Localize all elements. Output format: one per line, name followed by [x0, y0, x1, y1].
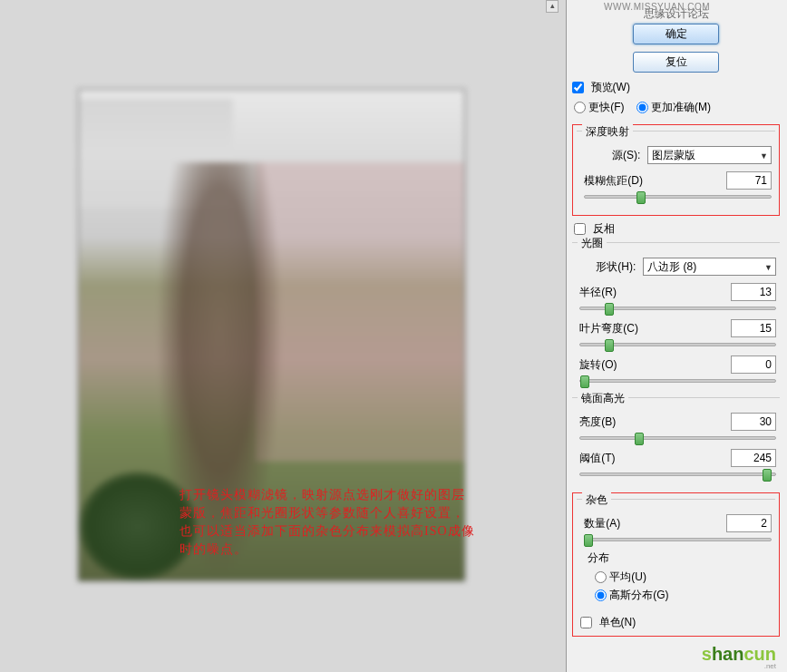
noise-title: 杂色 — [582, 492, 611, 508]
radius-label: 半径(R) — [579, 285, 617, 300]
brightness-slider[interactable] — [579, 436, 776, 440]
annotation-text: 打开镜头模糊滤镜，映射源点选刚才做好的图层 蒙版，焦距和光圈形状等参数随个人喜好… — [180, 486, 475, 559]
amount-label: 数量(A) — [584, 516, 620, 531]
curvature-input[interactable] — [731, 319, 776, 337]
accurate-label: 更加准确(M) — [651, 101, 711, 113]
invert-label: 反相 — [593, 222, 615, 235]
source-dropdown[interactable]: 图层蒙版 — [647, 146, 772, 164]
noise-highlight: 杂色 数量(A) 分布 平均(U) 高斯分布(G) 单色(N) — [572, 492, 780, 637]
iris-title: 光圈 — [578, 236, 607, 251]
radius-input[interactable] — [731, 283, 776, 301]
source-label: 源(S): — [584, 148, 640, 163]
preview-label: 预览(W) — [591, 81, 630, 93]
amount-slider[interactable] — [584, 538, 772, 541]
settings-panel: WWW.MISSYUAN.COM 思缘设计论坛 确定 复位 预览(W) 更快(F… — [566, 0, 787, 672]
invert-checkbox[interactable] — [574, 223, 586, 235]
mono-label: 单色(N) — [599, 616, 636, 628]
scroll-up-arrow[interactable]: ▴ — [546, 0, 559, 13]
curvature-label: 叶片弯度(C) — [579, 321, 638, 336]
preview-checkbox[interactable] — [572, 82, 584, 93]
distribution-title: 分布 — [588, 550, 772, 566]
watermark: WWW.MISSYUAN.COM — [604, 2, 710, 12]
gaussian-label: 高斯分布(G) — [609, 589, 668, 601]
shape-dropdown[interactable]: 八边形 (8) — [643, 258, 776, 276]
rotation-input[interactable] — [731, 355, 776, 374]
threshold-slider[interactable] — [579, 472, 776, 476]
threshold-input[interactable] — [731, 449, 776, 467]
focus-slider[interactable] — [584, 195, 772, 199]
canvas-area: ▴ 打开镜头模糊滤镜，映射源点选刚才做好的图层 蒙版，焦距和光圈形状等参数随个人… — [0, 0, 566, 672]
gaussian-radio[interactable] — [595, 589, 607, 601]
mono-checkbox[interactable] — [580, 617, 592, 628]
shape-label: 形状(H): — [579, 259, 636, 275]
accurate-radio[interactable] — [636, 102, 648, 113]
amount-input[interactable] — [726, 514, 772, 532]
curvature-slider[interactable] — [579, 343, 776, 346]
uniform-radio[interactable] — [595, 571, 607, 583]
radius-slider[interactable] — [579, 307, 776, 310]
focus-label: 模糊焦距(D) — [584, 173, 643, 189]
reset-button[interactable]: 复位 — [633, 52, 719, 73]
brightness-label: 亮度(B) — [579, 414, 616, 430]
faster-radio[interactable] — [574, 102, 586, 113]
uniform-label: 平均(U) — [609, 570, 646, 583]
logo-sub: .net — [764, 662, 776, 670]
focus-input[interactable] — [726, 171, 772, 190]
faster-label: 更快(F) — [588, 101, 624, 113]
rotation-label: 旋转(O) — [579, 357, 617, 373]
depth-map-highlight: 深度映射 源(S): 图层蒙版 模糊焦距(D) — [572, 124, 780, 216]
threshold-label: 阈值(T) — [579, 451, 615, 466]
confirm-button[interactable]: 确定 — [633, 24, 719, 44]
brightness-input[interactable] — [731, 413, 776, 431]
rotation-slider[interactable] — [579, 379, 776, 383]
depth-map-title: 深度映射 — [582, 124, 633, 140]
specular-title: 镜面高光 — [578, 391, 628, 406]
